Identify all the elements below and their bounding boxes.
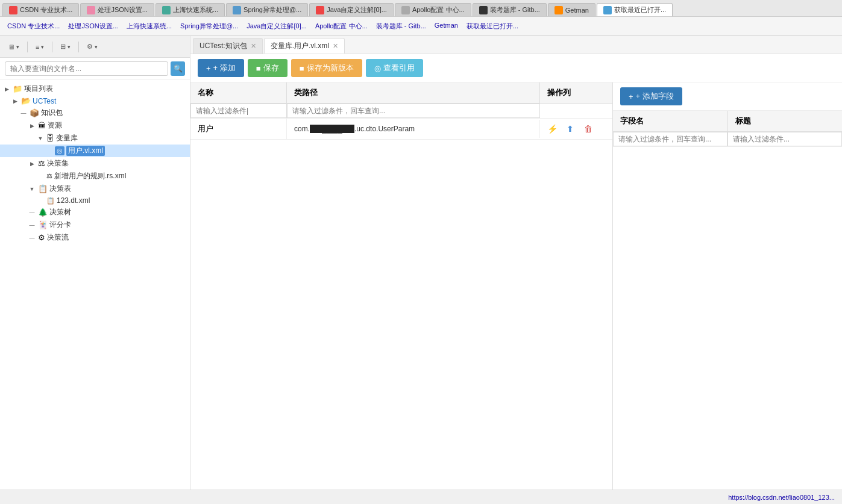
toggle-resources[interactable]: ▶ <box>28 122 36 130</box>
main-table-area: 名称 类路径 操作列 用户 com.████.uc.dto.UserParam <box>190 82 613 504</box>
icon-decision-tree: 🌲 <box>38 208 48 217</box>
settings-button[interactable]: ⚙ ▾ <box>84 41 101 52</box>
tree-item-dt-file[interactable]: 📋 123.dt.xml <box>0 195 190 206</box>
grid-icon: ⊞ <box>60 43 66 51</box>
toggle-decision-table[interactable]: ▼ <box>28 185 36 193</box>
tree-item-decision-set[interactable]: ▶ ⚖ 决策集 <box>0 157 190 170</box>
add-field-icon: + <box>629 92 633 101</box>
browser-tab-spring[interactable]: Spring异常处理@... <box>226 3 308 16</box>
browser-tab-shanghai[interactable]: 上海快速系统... <box>156 3 225 16</box>
bookmark-java[interactable]: Java自定义注解[0]... <box>244 20 309 32</box>
grid-dropdown-icon: ▾ <box>68 44 71 50</box>
tab-favicon-apollo <box>401 6 410 14</box>
label-dt-file: 123.dt.xml <box>57 196 90 205</box>
tree-item-decision-tree[interactable]: — 🌲 决策树 <box>0 206 190 219</box>
bookmark-json[interactable]: 处理JSON设置... <box>66 20 121 32</box>
op-btn-delete[interactable]: 🗑 <box>581 122 595 136</box>
icon-scorecard: 🃏 <box>38 220 48 229</box>
toggle-decision-tree[interactable]: — <box>28 208 36 217</box>
label-decision-set: 决策集 <box>47 158 69 169</box>
sidebar-toolbar: 🖥 ▾ ≡ ▾ ⊞ ▾ ⚙ ▾ <box>0 36 190 58</box>
app-tab-variable-label: 变量库.用户.vl.xml <box>271 41 329 51</box>
sidebar-search-button[interactable]: 🔍 <box>171 61 185 76</box>
browser-tab-apollo[interactable]: Apollo配置 中心... <box>395 3 471 16</box>
tree-item-resources[interactable]: ▶ 🏛 资源 <box>0 119 190 132</box>
view-ref-button[interactable]: ◎ 查看引用 <box>366 59 423 77</box>
tree-item-root[interactable]: ▶ 📁 项目列表 <box>0 82 190 95</box>
filter-name-input[interactable] <box>190 104 287 118</box>
save-version-button[interactable]: ■ 保存为新版本 <box>291 59 362 77</box>
toggle-decision-flow[interactable]: — <box>28 234 36 242</box>
toggle-root[interactable]: ▶ <box>2 85 11 93</box>
app-tab-knowledge[interactable]: UCTest:知识包 ✕ <box>193 38 263 54</box>
add-label: + 添加 <box>213 63 236 73</box>
sidebar-search-input[interactable] <box>5 61 168 76</box>
list-icon: ≡ <box>36 43 39 51</box>
bookmark-recent[interactable]: 获取最近已打开... <box>464 20 521 32</box>
bookmark-getman[interactable]: Getman <box>432 20 460 32</box>
browser-tab-gitb[interactable]: 装考题库 - Gitb... <box>473 3 547 16</box>
label-decision-table: 决策表 <box>49 184 71 194</box>
toggle-db[interactable]: ▼ <box>36 134 45 143</box>
tab-label-gitb: 装考题库 - Gitb... <box>490 5 540 14</box>
tree-item-db[interactable]: ▼ 🗄 变量库 <box>0 132 190 145</box>
tree-item-decision-flow[interactable]: — ⚙ 决策流 <box>0 231 190 244</box>
grid-view-button[interactable]: ⊞ ▾ <box>57 41 74 52</box>
tab-label-current: 获取最近已打开... <box>614 5 666 14</box>
toolbar-separator-2 <box>52 42 52 52</box>
save-version-label: 保存为新版本 <box>307 63 354 73</box>
tab-favicon-shanghai <box>162 6 171 14</box>
browser-tab-csdn[interactable]: CSDN 专业技术... <box>2 3 79 16</box>
tab-label-json: 处理JSON设置... <box>98 5 148 14</box>
filter-field-input[interactable] <box>613 132 727 146</box>
main-content: UCTest:知识包 ✕ 变量库.用户.vl.xml ✕ + + 添加 ■ 保存… <box>190 36 842 504</box>
icon-knowledge: 📦 <box>30 108 39 117</box>
label-db: 变量库 <box>56 133 78 143</box>
row-path-value: com. <box>294 125 310 133</box>
tree-item-new-user-rule[interactable]: ⚖ 新增用户的规则.rs.xml <box>0 170 190 182</box>
tree-item-uctest[interactable]: ▶ 📂 UCTest <box>0 95 190 107</box>
list-view-button[interactable]: ≡ ▾ <box>33 42 47 52</box>
browser-tab-getman[interactable]: Getman <box>548 3 595 16</box>
browser-tab-java[interactable]: Java自定义注解[0]... <box>309 3 394 16</box>
bookmark-apollo[interactable]: Apollo配置 中心... <box>313 20 370 32</box>
icon-uctest: 📂 <box>21 96 31 105</box>
icon-user-vl: ◎ <box>55 146 64 155</box>
bookmark-gitb[interactable]: 装考题库 - Gitb... <box>374 20 429 32</box>
tab-favicon-csdn <box>9 6 17 14</box>
icon-decision-set: ⚖ <box>38 159 45 168</box>
filter-title-input[interactable] <box>727 132 842 146</box>
toggle-uctest[interactable]: ▶ <box>11 97 19 105</box>
op-btn-flash[interactable]: ⚡ <box>545 122 559 136</box>
app-tab-variable[interactable]: 变量库.用户.vl.xml ✕ <box>264 38 345 54</box>
monitor-icon: 🖥 <box>8 43 14 51</box>
bookmark-shanghai[interactable]: 上海快速系统... <box>124 20 174 32</box>
bookmark-csdn[interactable]: CSDN 专业技术... <box>5 20 62 32</box>
bookmark-spring[interactable]: Spring异常处理@... <box>178 20 240 32</box>
tab-favicon-json <box>87 6 95 14</box>
add-button[interactable]: + + 添加 <box>198 59 244 77</box>
search-icon: 🔍 <box>174 64 183 73</box>
toggle-scorecard[interactable]: — <box>28 221 36 229</box>
browser-tab-current[interactable]: 获取最近已打开... <box>597 3 673 16</box>
add-field-button[interactable]: + + 添加字段 <box>620 87 682 105</box>
tree-item-user-vl[interactable]: ◎ 用户.vl.xml <box>0 145 190 157</box>
app-tab-variable-close[interactable]: ✕ <box>333 42 338 50</box>
filter-path-input[interactable] <box>287 104 540 118</box>
label-uctest: UCTest <box>33 97 56 105</box>
sidebar: 🖥 ▾ ≡ ▾ ⊞ ▾ ⚙ ▾ 🔍 <box>0 36 190 504</box>
toggle-decision-set[interactable]: ▶ <box>28 160 36 168</box>
monitor-button[interactable]: 🖥 ▾ <box>5 42 22 52</box>
app-tab-knowledge-close[interactable]: ✕ <box>251 42 256 50</box>
tab-favicon-current <box>603 6 612 14</box>
tree-item-scorecard[interactable]: — 🃏 评分卡 <box>0 219 190 231</box>
add-field-label: + 添加字段 <box>636 91 674 102</box>
tree-item-knowledge[interactable]: — 📦 知识包 <box>0 107 190 119</box>
tree-item-decision-table-folder[interactable]: ▼ 📋 决策表 <box>0 182 190 195</box>
op-btn-upload[interactable]: ⬆ <box>563 122 577 136</box>
toggle-knowledge[interactable]: — <box>19 109 28 117</box>
right-panel-toolbar: + + 添加字段 <box>613 82 842 111</box>
save-button[interactable]: ■ 保存 <box>248 59 287 77</box>
table-section: 名称 类路径 操作列 用户 com.████.uc.dto.UserParam <box>190 82 842 504</box>
browser-tab-json[interactable]: 处理JSON设置... <box>80 3 154 16</box>
